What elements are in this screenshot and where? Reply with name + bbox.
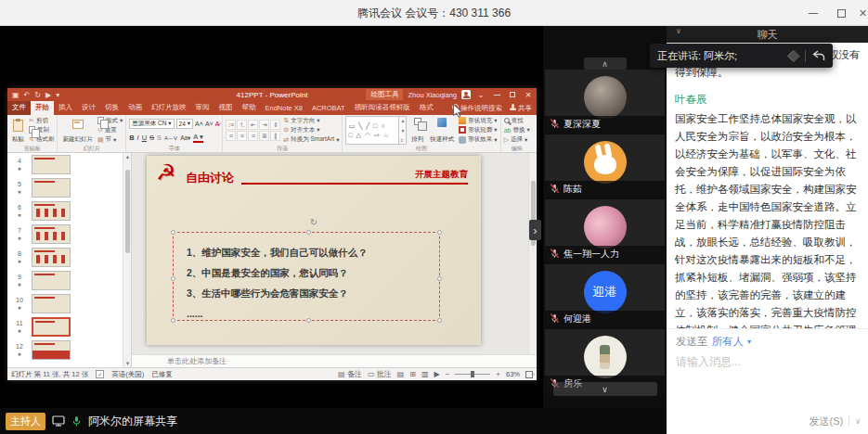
- participant-tile[interactable]: 焦一翔一人力: [545, 199, 665, 262]
- send-to-value[interactable]: 所有人: [712, 335, 745, 349]
- resize-handle[interactable]: [437, 230, 442, 235]
- italic-button[interactable]: I: [137, 134, 139, 142]
- zoom-level[interactable]: 63%: [506, 370, 520, 378]
- send-to-chevron-icon[interactable]: ▾: [747, 338, 751, 346]
- send-options-chevron-icon[interactable]: ∨: [855, 417, 861, 426]
- section-button[interactable]: ▤节 ▾: [97, 135, 123, 144]
- rotate-handle[interactable]: ↻: [310, 217, 317, 227]
- ppt-tab[interactable]: 文件: [7, 101, 31, 115]
- slide-thumbnail[interactable]: 7★: [7, 223, 131, 246]
- char-spacing-button[interactable]: A⇔V: [164, 135, 177, 141]
- shapes-scrollbar[interactable]: ▲▼≡: [399, 116, 407, 145]
- participant-tile[interactable]: 迎港 何迎港: [545, 264, 665, 326]
- account-name[interactable]: Zhou Xiaoqiang: [408, 91, 457, 99]
- align-center-icon[interactable]: ≡: [237, 131, 247, 141]
- find-button[interactable]: 查找: [504, 117, 530, 125]
- slideshow-view-button[interactable]: ▶: [434, 370, 439, 378]
- ppt-close-button[interactable]: ✕: [523, 91, 534, 99]
- align-left-icon[interactable]: ≡: [226, 131, 236, 141]
- notes-toggle-button[interactable]: ▤ 备注: [338, 369, 362, 379]
- close-button[interactable]: ✕: [855, 0, 868, 26]
- ribbon-options-button[interactable]: ⌄: [475, 91, 486, 99]
- font-color-button[interactable]: A ▾: [193, 134, 202, 143]
- ppt-tab[interactable]: 视图: [214, 101, 238, 115]
- maximize-button[interactable]: [827, 0, 855, 26]
- indent-icon[interactable]: ⇥: [259, 120, 269, 130]
- align-text-button[interactable]: ⊜对齐文本 ▾: [283, 126, 339, 134]
- ppt-share-button[interactable]: 共享: [510, 104, 532, 113]
- zoom-slider-thumb[interactable]: [471, 371, 474, 377]
- zoom-slider[interactable]: [455, 374, 490, 375]
- shapes-gallery[interactable]: ▭ ╲ ╱ □ ○□ △ ◠ ⇨ ☆: [345, 116, 399, 145]
- shape-outline-button[interactable]: 形状轮廓 ▾: [459, 126, 497, 134]
- scroll-down-icon[interactable]: ▼: [123, 361, 132, 366]
- bullets-icon[interactable]: ⁝≡: [226, 120, 236, 130]
- undo-icon[interactable]: ↶: [24, 91, 31, 99]
- slide-textbox[interactable]: 1、维护国家安全，我们自己可以做什么？2、中国是最安全的国家，您认同吗？3、生活…: [173, 232, 440, 321]
- zoom-out-button[interactable]: −: [446, 370, 450, 378]
- ppt-tab[interactable]: EndNote X8: [261, 102, 307, 115]
- slide-thumbnail[interactable]: 5★: [7, 176, 131, 199]
- slide-thumbnail[interactable]: 4★: [7, 153, 131, 176]
- return-arrow-icon[interactable]: [812, 50, 825, 61]
- resize-handle[interactable]: [171, 318, 175, 323]
- smartart-button[interactable]: ⇄转换为 SmartArt ▾: [283, 135, 339, 144]
- resize-handle[interactable]: [437, 276, 442, 281]
- chat-header[interactable]: ∨ 聊天: [667, 26, 868, 43]
- layout-button[interactable]: 版式 ▾: [97, 117, 123, 125]
- text-shadow-button[interactable]: S: [157, 134, 162, 142]
- scrollbar-thumb[interactable]: [125, 170, 130, 253]
- font-size-select[interactable]: 24 ▾: [176, 119, 194, 129]
- cut-button[interactable]: ✂剪切: [29, 117, 54, 125]
- send-button[interactable]: 发送(S): [809, 415, 843, 428]
- thumbnail-scrollbar[interactable]: ▲ ▼: [123, 153, 131, 367]
- underline-button[interactable]: U: [142, 134, 147, 142]
- copy-button[interactable]: 复制: [29, 126, 54, 134]
- qat-more-icon[interactable]: ▾: [56, 91, 59, 99]
- slide-thumbnail[interactable]: 6★: [7, 199, 131, 223]
- shape-effects-button[interactable]: 形状效果 ▾: [459, 135, 497, 144]
- shrink-font-button[interactable]: A˅: [205, 121, 214, 127]
- resize-handle[interactable]: [306, 230, 311, 235]
- font-name-select[interactable]: 思源黑体 CN ▾: [129, 119, 174, 129]
- resize-handle[interactable]: [171, 276, 175, 281]
- paste-button[interactable]: 粘贴: [10, 116, 26, 145]
- ppt-tab[interactable]: 幻灯片放映: [147, 101, 191, 115]
- minimize-button[interactable]: [799, 0, 827, 26]
- ppt-minimize-button[interactable]: [491, 91, 502, 99]
- resize-handle[interactable]: [306, 318, 311, 323]
- new-slide-button[interactable]: 新建幻灯片: [60, 116, 95, 145]
- zoom-in-button[interactable]: +: [496, 370, 500, 378]
- notes-pane[interactable]: 单击此处添加备注: [132, 354, 537, 367]
- collapse-videos-button[interactable]: ∧: [584, 57, 627, 70]
- quick-styles-button[interactable]: 快速样式: [428, 116, 456, 145]
- align-right-icon[interactable]: ≡: [248, 131, 258, 141]
- drawing-tools-tab[interactable]: 绘图工具: [366, 89, 403, 100]
- proofing-icon[interactable]: ✓: [96, 370, 104, 378]
- chevron-down-icon[interactable]: ∨: [676, 27, 681, 35]
- grow-font-button[interactable]: A˄: [195, 121, 203, 127]
- justify-icon[interactable]: ≣: [259, 131, 269, 141]
- text-direction-button[interactable]: ⇅文字方向 ▾: [283, 117, 339, 125]
- slide-thumbnail[interactable]: 12★: [7, 338, 131, 362]
- resize-handle[interactable]: [171, 230, 175, 235]
- redo-icon[interactable]: ↻: [34, 91, 41, 99]
- comments-toggle-button[interactable]: ▭ 批注: [368, 369, 392, 379]
- chat-input[interactable]: [667, 351, 868, 408]
- participant-tile[interactable]: 夏深深夏: [545, 70, 665, 132]
- ppt-tab[interactable]: 设计: [77, 101, 100, 115]
- columns-icon[interactable]: ∥: [270, 131, 280, 141]
- slide-sorter-button[interactable]: ⊞: [409, 370, 416, 378]
- strikethrough-button[interactable]: S: [149, 134, 154, 142]
- numbering-icon[interactable]: ⒈: [237, 120, 247, 130]
- account-avatar[interactable]: [461, 90, 471, 99]
- slide-thumbnail[interactable]: 8★: [7, 246, 131, 269]
- ppt-tab[interactable]: 切换: [100, 101, 123, 115]
- slideshow-icon[interactable]: ▶: [45, 91, 51, 99]
- change-case-button[interactable]: Aa▾: [180, 134, 190, 142]
- ppt-tab[interactable]: 动画: [123, 101, 147, 115]
- participant-tile[interactable]: 陈茹: [545, 134, 665, 197]
- expand-panel-button[interactable]: ›: [529, 220, 541, 240]
- ppt-tab[interactable]: 审阅: [191, 101, 214, 115]
- slide[interactable]: ☭ 自由讨论 开展主题教育 ↻: [147, 156, 481, 345]
